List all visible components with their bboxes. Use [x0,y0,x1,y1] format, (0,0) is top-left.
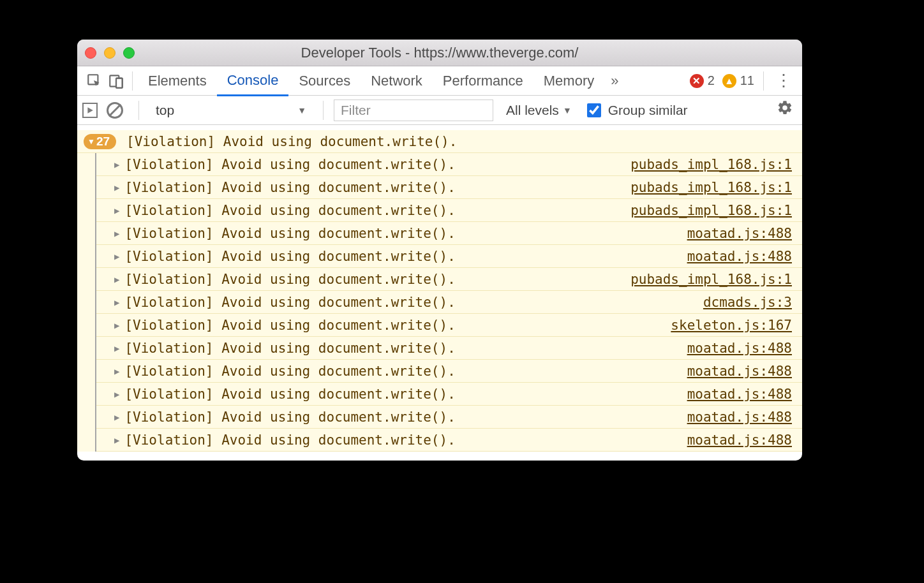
log-message: [Violation] Avoid using document.write()… [124,318,671,333]
tab-console[interactable]: Console [217,67,289,96]
tab-elements[interactable]: Elements [138,66,217,96]
toggle-drawer-icon[interactable] [82,103,98,118]
log-message: [Violation] Avoid using document.write()… [124,432,687,448]
disclosure-triangle-icon[interactable]: ▶ [114,297,119,307]
log-row[interactable]: ▶[Violation] Avoid using document.write(… [96,222,802,245]
inspect-element-icon[interactable] [84,70,105,92]
group-count-pill[interactable]: ▼ 27 [84,134,116,149]
disclosure-triangle-icon[interactable]: ▶ [114,274,119,284]
disclosure-triangle-icon[interactable]: ▶ [114,159,119,170]
group-count: 27 [96,135,110,149]
log-row[interactable]: ▶[Violation] Avoid using document.write(… [96,153,802,176]
log-source-link[interactable]: moatad.js:488 [687,387,792,402]
log-row[interactable]: ▶[Violation] Avoid using document.write(… [96,176,802,199]
log-message: [Violation] Avoid using document.write()… [124,157,630,172]
tab-sources[interactable]: Sources [288,66,361,96]
titlebar: Developer Tools - https://www.theverge.c… [77,40,802,66]
log-message: [Violation] Avoid using document.write()… [124,410,687,425]
log-source-link[interactable]: skeleton.js:167 [671,318,792,333]
triangle-down-icon: ▼ [87,137,95,146]
error-count-number: 2 [708,73,715,88]
traffic-lights [85,47,135,59]
disclosure-triangle-icon[interactable]: ▶ [114,366,119,376]
log-message: [Violation] Avoid using document.write()… [124,226,687,241]
disclosure-triangle-icon[interactable]: ▶ [114,251,119,262]
log-source-link[interactable]: moatad.js:488 [687,432,792,448]
svg-rect-2 [116,78,123,87]
violation-group-header[interactable]: ▼ 27 [Violation] Avoid using document.wr… [77,130,802,153]
log-row[interactable]: ▶[Violation] Avoid using document.write(… [96,429,802,452]
disclosure-triangle-icon[interactable]: ▶ [114,182,119,193]
disclosure-triangle-icon[interactable]: ▶ [114,343,119,353]
tab-network[interactable]: Network [361,66,433,96]
tab-memory[interactable]: Memory [533,66,604,96]
console-toolbar: top ▼ All levels ▼ Group similar [77,96,802,125]
log-source-link[interactable]: pubads_impl_168.js:1 [630,272,792,287]
disclosure-triangle-icon[interactable]: ▶ [114,320,119,330]
group-similar-label: Group similar [608,103,688,118]
log-row[interactable]: ▶[Violation] Avoid using document.write(… [96,383,802,406]
log-source-link[interactable]: pubads_impl_168.js:1 [630,203,792,218]
group-similar-checkbox[interactable] [587,103,601,117]
log-row[interactable]: ▶[Violation] Avoid using document.write(… [96,360,802,383]
devtools-menu-icon[interactable]: ⋮ [769,71,798,91]
context-select-value: top [156,103,174,118]
log-message: [Violation] Avoid using document.write()… [124,180,630,195]
log-message: [Violation] Avoid using document.write()… [124,364,687,379]
tab-performance[interactable]: Performance [433,66,533,96]
gear-icon[interactable] [773,100,797,121]
minimize-window-button[interactable] [104,47,116,59]
previous-message-edge [77,125,802,130]
log-message: [Violation] Avoid using document.write()… [124,295,703,310]
log-row[interactable]: ▶[Violation] Avoid using document.write(… [96,337,802,360]
disclosure-triangle-icon[interactable]: ▶ [114,228,119,239]
log-rows: ▶[Violation] Avoid using document.write(… [95,153,802,452]
warning-count-number: 11 [740,73,754,88]
window-title: Developer Tools - https://www.theverge.c… [77,45,802,61]
log-row[interactable]: ▶[Violation] Avoid using document.write(… [96,291,802,314]
log-source-link[interactable]: dcmads.js:3 [703,295,792,310]
disclosure-triangle-icon[interactable]: ▶ [114,435,119,445]
log-message: [Violation] Avoid using document.write()… [124,272,630,287]
console-output: ▼ 27 [Violation] Avoid using document.wr… [77,125,802,452]
filter-input[interactable] [334,100,493,121]
log-source-link[interactable]: pubads_impl_168.js:1 [630,180,792,195]
log-source-link[interactable]: moatad.js:488 [687,410,792,425]
device-toggle-icon[interactable] [105,70,127,92]
divider [323,101,324,120]
error-count[interactable]: ✕ 2 [686,73,719,88]
log-row[interactable]: ▶[Violation] Avoid using document.write(… [96,314,802,337]
chevron-down-icon: ▼ [563,105,572,115]
log-message: [Violation] Avoid using document.write()… [124,341,687,356]
more-tabs-icon[interactable]: » [604,73,625,89]
divider [132,71,133,91]
divider [763,71,764,91]
group-similar-toggle[interactable]: Group similar [585,101,688,119]
context-select[interactable]: top ▼ [149,100,313,121]
log-row[interactable]: ▶[Violation] Avoid using document.write(… [96,199,802,222]
log-source-link[interactable]: moatad.js:488 [687,341,792,356]
clear-console-icon[interactable] [107,102,123,119]
divider [138,101,139,120]
log-source-link[interactable]: moatad.js:488 [687,226,792,241]
log-row[interactable]: ▶[Violation] Avoid using document.write(… [96,268,802,291]
disclosure-triangle-icon[interactable]: ▶ [114,412,119,422]
log-source-link[interactable]: moatad.js:488 [687,249,792,264]
disclosure-triangle-icon[interactable]: ▶ [114,389,119,399]
chevron-down-icon: ▼ [297,105,306,115]
devtools-tabs: Elements Console Sources Network Perform… [77,66,802,96]
warning-icon: ▲ [722,74,736,88]
warning-count[interactable]: ▲ 11 [719,73,758,88]
log-row[interactable]: ▶[Violation] Avoid using document.write(… [96,245,802,268]
zoom-window-button[interactable] [123,47,135,59]
devtools-window: Developer Tools - https://www.theverge.c… [77,40,802,461]
log-levels-select[interactable]: All levels ▼ [497,103,581,118]
log-row[interactable]: ▶[Violation] Avoid using document.write(… [96,406,802,429]
disclosure-triangle-icon[interactable]: ▶ [114,205,119,216]
log-source-link[interactable]: pubads_impl_168.js:1 [630,157,792,172]
log-message: [Violation] Avoid using document.write()… [124,387,687,402]
log-message: [Violation] Avoid using document.write()… [124,203,630,218]
close-window-button[interactable] [85,47,96,59]
log-source-link[interactable]: moatad.js:488 [687,364,792,379]
error-icon: ✕ [690,74,704,88]
